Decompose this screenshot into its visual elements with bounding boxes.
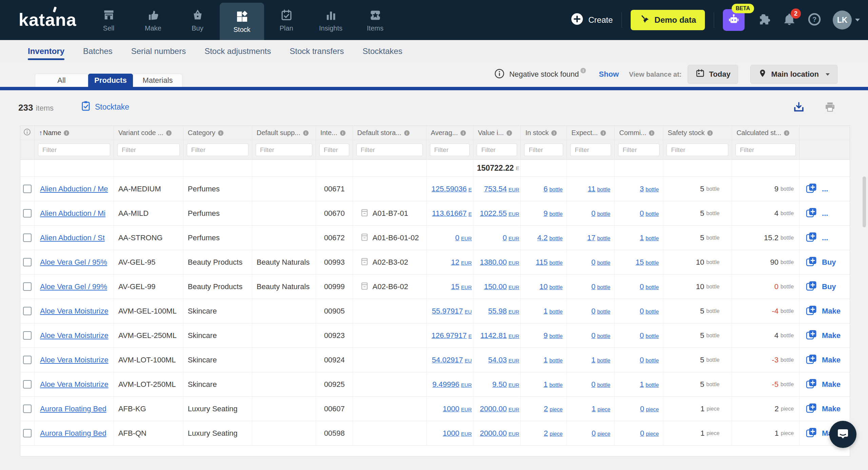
in-stock-link[interactable]: 1bottle	[544, 356, 563, 364]
row-checkbox[interactable]	[23, 209, 32, 218]
create-order-icon[interactable]	[806, 183, 817, 195]
row-checkbox[interactable]	[23, 405, 32, 413]
in-stock-link[interactable]: 115bottle	[536, 258, 563, 267]
nav-item-stock[interactable]: Stock	[220, 3, 264, 40]
value-in-stock-link[interactable]: 55.98EUR	[488, 307, 519, 316]
nav-item-make[interactable]: Make	[131, 0, 175, 40]
column-header-commi[interactable]: Commi...i	[615, 126, 663, 140]
committed-link[interactable]: 15bottle	[636, 258, 659, 267]
row-checkbox[interactable]	[23, 185, 32, 193]
filter-input[interactable]	[667, 144, 728, 156]
row-action-button[interactable]: Buy	[822, 282, 836, 291]
item-name-link[interactable]: Alien Abduction / St	[40, 233, 105, 242]
expected-link[interactable]: 0bottle	[591, 307, 610, 316]
row-action-button[interactable]: Make	[822, 405, 841, 413]
date-picker-button[interactable]: Today	[688, 65, 738, 84]
row-checkbox[interactable]	[23, 380, 32, 389]
nav-item-buy[interactable]: Buy	[175, 0, 220, 40]
expected-link[interactable]: 0bottle	[591, 380, 610, 389]
in-stock-link[interactable]: 1bottle	[544, 307, 563, 316]
column-header-averag[interactable]: Averag...i	[427, 126, 474, 140]
account-menu[interactable]: LK	[833, 11, 860, 30]
row-checkbox[interactable]	[23, 429, 32, 437]
row-checkbox[interactable]	[23, 282, 32, 291]
row-action-button[interactable]: ...	[822, 233, 828, 242]
expected-link[interactable]: 11bottle	[588, 185, 610, 193]
expected-link[interactable]: 0bottle	[591, 282, 610, 291]
value-in-stock-link[interactable]: 753.54EUR	[484, 185, 519, 193]
create-order-icon[interactable]	[806, 207, 817, 220]
committed-link[interactable]: 1bottle	[640, 380, 659, 389]
column-header-category[interactable]: Categoryi	[183, 126, 252, 140]
create-order-icon[interactable]	[806, 378, 817, 391]
row-checkbox[interactable]	[23, 258, 32, 266]
in-stock-link[interactable]: 2piece	[544, 405, 563, 413]
row-checkbox[interactable]	[23, 331, 32, 340]
in-stock-link[interactable]: 4.2bottle	[537, 233, 563, 242]
item-name-link[interactable]: Aloe Vera Gel / 99%	[40, 282, 107, 291]
average-cost-link[interactable]: 15EUR	[451, 282, 472, 291]
row-checkbox[interactable]	[23, 356, 32, 364]
subnav-item-stock-adjustments[interactable]: Stock adjustments	[204, 40, 271, 62]
demo-data-button[interactable]: Demo data	[631, 10, 705, 30]
create-order-icon[interactable]	[806, 256, 817, 268]
katana-logo[interactable]: katana	[19, 10, 77, 30]
create-order-icon[interactable]	[806, 305, 817, 317]
subnav-item-serial-numbers[interactable]: Serial numbers	[131, 40, 186, 62]
item-name-link[interactable]: Aurora Floating Bed	[40, 405, 106, 413]
item-name-link[interactable]: Aloe Vera Gel / 95%	[40, 258, 107, 267]
value-in-stock-link[interactable]: 2000.00EUR	[480, 429, 519, 438]
filter-input[interactable]	[38, 144, 110, 156]
average-cost-link[interactable]: 113.61667E	[432, 209, 472, 218]
filter-input[interactable]	[319, 144, 349, 156]
column-header-inte[interactable]: Inte...i	[316, 126, 353, 140]
committed-link[interactable]: 0bottle	[640, 282, 659, 291]
item-name-link[interactable]: Alien Abduction / Me	[40, 185, 108, 193]
nav-item-items[interactable]: Items	[353, 0, 397, 40]
expected-link[interactable]: 0bottle	[591, 209, 610, 218]
tab-products[interactable]: Products	[88, 74, 133, 87]
row-action-button[interactable]: Buy	[822, 258, 836, 267]
create-order-icon[interactable]	[806, 231, 817, 244]
average-cost-link[interactable]: 54.02917EU	[432, 356, 472, 364]
create-order-icon[interactable]	[806, 329, 817, 342]
row-checkbox[interactable]	[23, 307, 32, 315]
subnav-item-stocktakes[interactable]: Stocktakes	[362, 40, 402, 62]
column-header-expect[interactable]: Expect...i	[567, 126, 615, 140]
integrations-button[interactable]	[758, 13, 771, 27]
column-header-safety-stock[interactable]: Safety stocki	[663, 126, 732, 140]
item-name-link[interactable]: Aloe Vera Moisturize	[40, 307, 108, 316]
value-in-stock-link[interactable]: 150.00EUR	[484, 282, 519, 291]
filter-input[interactable]	[477, 144, 517, 156]
item-name-link[interactable]: Aloe Vera Moisturize	[40, 331, 108, 340]
column-header-in-stock[interactable]: In stocki	[521, 126, 567, 140]
average-cost-link[interactable]: 126.97917E	[431, 331, 472, 340]
average-cost-link[interactable]: 1000EUR	[443, 429, 472, 438]
in-stock-link[interactable]: 1bottle	[544, 380, 563, 389]
filter-input[interactable]	[430, 144, 470, 156]
filter-input[interactable]	[117, 144, 180, 156]
item-name-link[interactable]: Aloe Vera Moisturize	[40, 380, 108, 389]
notifications-button[interactable]: 2	[783, 13, 796, 27]
expected-link[interactable]: 0piece	[592, 429, 611, 438]
show-negative-stock-link[interactable]: Show	[599, 70, 619, 79]
committed-link[interactable]: 0piece	[640, 405, 659, 413]
expected-link[interactable]: 17bottle	[587, 233, 611, 242]
create-order-icon[interactable]	[806, 402, 817, 415]
committed-link[interactable]: 0bottle	[640, 331, 659, 340]
column-header-value-i[interactable]: Value i...i	[473, 126, 521, 140]
row-action-button[interactable]: Make	[822, 380, 841, 389]
create-button[interactable]: Create	[571, 13, 613, 27]
average-cost-link[interactable]: 0EUR	[455, 233, 472, 242]
committed-link[interactable]: 3bottle	[640, 185, 659, 193]
download-button[interactable]	[793, 101, 805, 115]
item-name-link[interactable]: Aloe Vera Moisturize	[40, 356, 108, 364]
column-header-default-supp[interactable]: Default supp...i	[252, 126, 316, 140]
value-in-stock-link[interactable]: 1380.00EUR	[480, 258, 519, 267]
expected-link[interactable]: 1piece	[592, 405, 611, 413]
filter-input[interactable]	[256, 144, 312, 156]
committed-link[interactable]: 0bottle	[640, 307, 659, 316]
subnav-item-stock-transfers[interactable]: Stock transfers	[290, 40, 344, 62]
scrollbar-thumb[interactable]	[863, 176, 866, 227]
row-action-button[interactable]: ...	[822, 209, 828, 218]
